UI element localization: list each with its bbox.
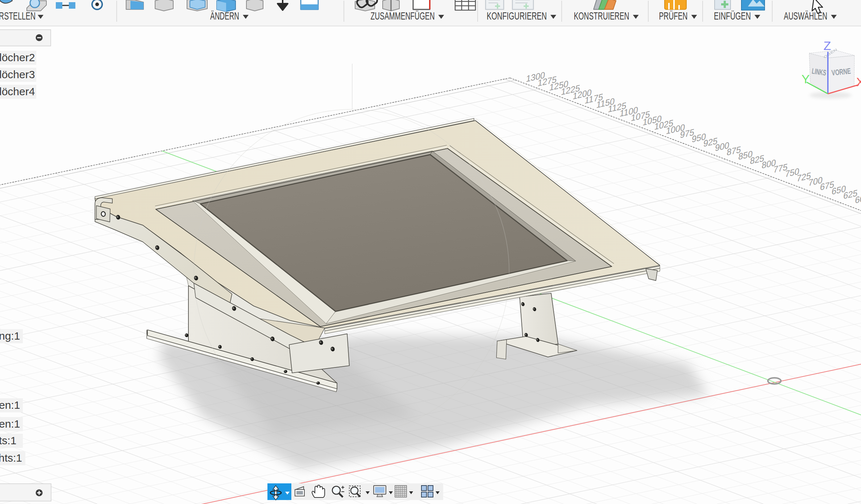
svg-text:EINFÜGEN: EINFÜGEN bbox=[714, 10, 751, 22]
svg-text:löcher4: löcher4 bbox=[0, 85, 35, 97]
svg-text:Z: Z bbox=[824, 39, 831, 52]
svg-text:löcher3: löcher3 bbox=[0, 68, 35, 80]
svg-text:en:1: en:1 bbox=[0, 399, 20, 411]
svg-text:en:1: en:1 bbox=[0, 418, 20, 430]
svg-text:ZUSAMMENFÜGEN: ZUSAMMENFÜGEN bbox=[371, 10, 435, 22]
svg-text:PRÜFEN: PRÜFEN bbox=[659, 10, 688, 22]
svg-text:X: X bbox=[856, 75, 861, 89]
svg-text:ts:1: ts:1 bbox=[0, 434, 16, 446]
svg-text:ERSTELLEN: ERSTELLEN bbox=[0, 10, 36, 22]
svg-text:ng:1: ng:1 bbox=[0, 330, 20, 342]
svg-text:Y: Y bbox=[802, 72, 810, 86]
svg-text:AUSWÄHLEN: AUSWÄHLEN bbox=[784, 10, 827, 22]
svg-text:KONSTRUIEREN: KONSTRUIEREN bbox=[574, 10, 629, 22]
svg-text:hts:1: hts:1 bbox=[0, 452, 22, 464]
svg-text:löcher2: löcher2 bbox=[0, 51, 35, 63]
svg-text:KONFIGURIEREN: KONFIGURIEREN bbox=[487, 10, 547, 22]
